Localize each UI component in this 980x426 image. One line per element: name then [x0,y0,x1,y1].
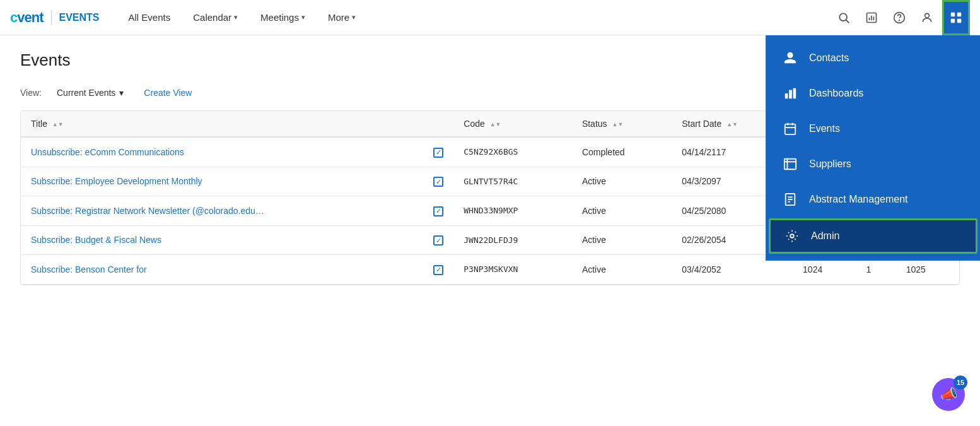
cell-title: Subscribe: Budget & Fiscal News [21,225,423,255]
abstract-icon [781,191,799,208]
more-chevron-icon: ▾ [352,13,356,21]
row-checkbox[interactable] [433,148,443,158]
menu-item-label: Admin [811,230,839,242]
nav-calendar[interactable]: Calendar ▾ [184,7,247,28]
svg-rect-10 [957,12,961,16]
date-sort-icon: ▲▼ [726,121,738,127]
row-checkbox[interactable] [433,265,443,275]
calendar-chevron-icon: ▾ [234,13,238,21]
cell-checkbox[interactable] [423,255,453,285]
cell-code: JWN22DLFDJ9 [453,225,572,255]
menu-item-suppliers[interactable]: Suppliers [766,146,980,182]
col-checkbox-header [423,111,453,137]
suppliers-icon [781,155,799,173]
cell-title: Subscribe: Employee Development Monthly [21,167,423,196]
svg-point-8 [925,13,930,18]
svg-rect-15 [793,88,796,99]
menu-item-events[interactable]: Events [766,111,980,146]
cell-status: Active [572,167,672,196]
current-view-dropdown[interactable]: Current Events ▾ [52,85,129,100]
svg-rect-16 [785,124,796,135]
cell-status: Completed [572,137,672,167]
svg-rect-14 [789,90,792,99]
view-chevron-icon: ▾ [119,88,124,98]
menu-item-label: Contacts [809,52,849,64]
menu-item-label: Dashboards [809,88,863,99]
title-sort-icon: ▲▼ [52,121,64,127]
nav-all-events[interactable]: All Events [120,7,180,28]
svg-rect-9 [951,12,955,16]
cell-title: Subscribe: Benson Center for [21,255,423,285]
grid-apps-button[interactable] [942,0,970,35]
svg-point-27 [790,234,794,238]
col-title[interactable]: Title ▲▼ [21,111,423,137]
contacts-icon [781,49,799,67]
dashboards-icon [781,85,799,102]
menu-item-label: Suppliers [809,158,851,170]
logo-divider [51,10,52,25]
cell-code: GLNTVT57R4C [453,167,572,196]
col-code[interactable]: Code ▲▼ [453,111,572,137]
cell-code: P3NP3MSKVXN [453,255,572,285]
header-right [831,0,970,35]
admin-icon [783,227,801,245]
main-nav: All Events Calendar ▾ Meetings ▾ More ▾ [120,7,831,28]
code-sort-icon: ▲▼ [490,121,501,127]
cell-checkbox[interactable] [423,167,453,196]
search-button[interactable] [831,5,856,30]
help-button[interactable] [887,5,912,30]
event-title-link[interactable]: Subscribe: Benson Center for [31,264,147,275]
menu-item-label: Events [809,123,840,134]
svg-line-1 [846,20,849,23]
cell-checkbox[interactable] [423,137,453,167]
menu-item-label: Abstract Management [809,194,908,205]
svg-point-7 [899,20,900,20]
menu-item-dashboards[interactable]: Dashboards [766,76,980,111]
account-button[interactable] [914,5,940,30]
row-checkbox[interactable] [433,206,443,216]
menu-item-admin[interactable]: Admin [769,218,977,254]
row-checkbox[interactable] [433,177,443,187]
events-section-label: EVENTS [59,12,100,23]
cell-checkbox[interactable] [423,196,453,226]
status-sort-icon: ▲▼ [612,121,623,127]
cvent-logo: cvent [10,9,44,26]
nav-more[interactable]: More ▾ [319,7,365,28]
event-title-link[interactable]: Subscribe: Registrar Network Newsletter … [31,206,264,216]
events-icon [781,120,799,138]
col-status[interactable]: Status ▲▼ [572,111,672,137]
cell-status: Active [572,196,672,226]
apps-dropdown-menu: Contacts Dashboards Events Suppliers Abs… [766,35,980,261]
nav-meetings[interactable]: Meetings ▾ [252,7,314,28]
event-title-link[interactable]: Unsubscribe: eComm Communications [31,147,184,157]
cell-title: Unsubscribe: eComm Communications [21,137,423,167]
svg-rect-12 [957,18,961,22]
report-button[interactable] [859,5,884,30]
event-title-link[interactable]: Subscribe: Employee Development Monthly [31,176,202,186]
svg-rect-11 [951,18,955,22]
svg-rect-20 [785,159,796,170]
row-checkbox[interactable] [433,235,443,246]
cell-code: C5NZ92X6BGS [453,137,572,167]
event-title-link[interactable]: Subscribe: Budget & Fiscal News [31,235,161,245]
menu-item-contacts[interactable]: Contacts [766,40,980,76]
svg-point-0 [839,13,847,21]
header: cvent EVENTS All Events Calendar ▾ Meeti… [0,0,980,35]
cell-title: Subscribe: Registrar Network Newsletter … [21,196,423,226]
menu-item-abstract-management[interactable]: Abstract Management [766,182,980,217]
svg-rect-13 [785,93,788,98]
cell-code: WHND33N9MXP [453,196,572,226]
meetings-chevron-icon: ▾ [301,13,305,21]
create-view-button[interactable]: Create View [139,85,197,100]
cell-checkbox[interactable] [423,225,453,255]
view-label: View: [20,88,42,98]
logo-area: cvent EVENTS [10,9,100,26]
cell-status: Active [572,255,672,285]
cell-status: Active [572,225,672,255]
